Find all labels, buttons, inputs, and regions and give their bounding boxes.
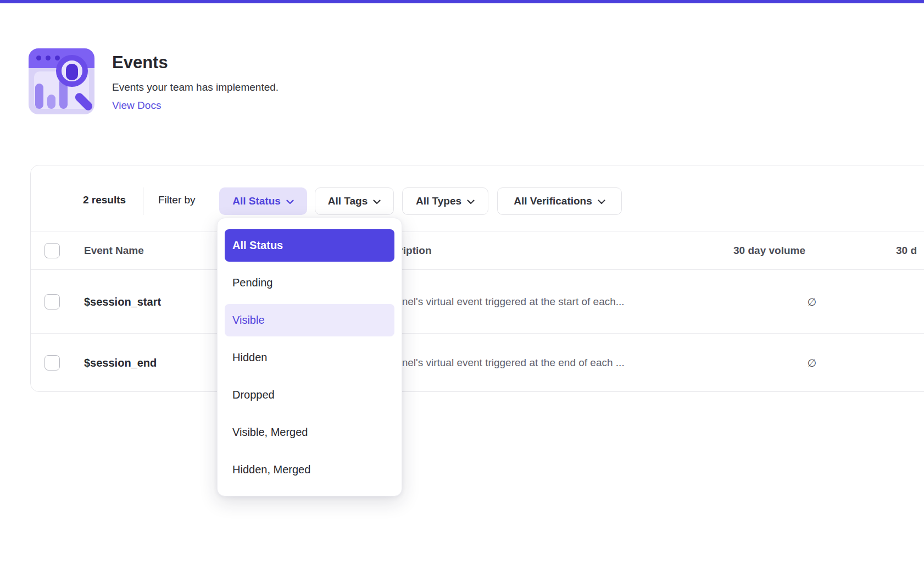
results-count: 2 results — [83, 194, 126, 206]
events-table-card: 2 results Filter by All Status All Tags … — [30, 165, 924, 392]
page-title: Events — [112, 53, 168, 73]
filter-tags-label: All Tags — [328, 195, 368, 207]
chevron-down-icon — [467, 200, 475, 204]
filter-types-label: All Types — [416, 195, 461, 207]
icon-window-dot — [55, 56, 60, 60]
column-header-30-day-volume: 30 day volume — [635, 245, 805, 257]
filter-divider — [143, 187, 143, 215]
chevron-down-icon — [286, 200, 294, 204]
icon-window-dot — [46, 56, 51, 60]
event-name: $session_end — [84, 357, 157, 369]
page-subtitle: Events your team has implemented. — [112, 81, 279, 93]
dropdown-option-visible-merged[interactable]: Visible, Merged — [225, 416, 394, 449]
column-header-30-day-partial: 30 d — [896, 245, 917, 257]
table-row[interactable]: $session_end Mixpanel's virtual event tr… — [31, 334, 924, 392]
dropdown-option-hidden-merged[interactable]: Hidden, Merged — [225, 454, 394, 486]
filter-verifications-label: All Verifications — [514, 195, 592, 207]
status-dropdown-menu: All Status Pending Visible Hidden Droppe… — [217, 218, 402, 496]
table-header-row: Event Name Description 30 day volume 30 … — [31, 231, 924, 270]
dropdown-option-all-status[interactable]: All Status — [225, 229, 394, 262]
top-accent-bar — [0, 0, 924, 3]
icon-chart-bar — [47, 95, 55, 109]
volume-30d-value: ∅ — [635, 357, 816, 369]
filter-verifications-dropdown-button[interactable]: All Verifications — [497, 187, 622, 215]
icon-chart-bar — [35, 84, 43, 109]
icon-window-dot — [36, 56, 41, 60]
column-header-event-name: Event Name — [84, 245, 144, 257]
dropdown-option-hidden[interactable]: Hidden — [225, 341, 394, 374]
dropdown-option-pending[interactable]: Pending — [225, 267, 394, 299]
event-description: Mixpanel's virtual event triggered at th… — [374, 296, 625, 308]
events-page: Events Events your team has implemented.… — [0, 0, 924, 575]
filter-by-label: Filter by — [158, 194, 196, 206]
filter-tags-dropdown-button[interactable]: All Tags — [315, 187, 394, 215]
filter-status-label: All Status — [232, 195, 281, 207]
row-checkbox[interactable] — [44, 294, 60, 309]
icon-magnifier-center — [66, 64, 78, 80]
chevron-down-icon — [598, 200, 605, 204]
filter-types-dropdown-button[interactable]: All Types — [402, 187, 488, 215]
dropdown-option-dropped[interactable]: Dropped — [225, 379, 394, 411]
view-docs-link[interactable]: View Docs — [112, 99, 161, 112]
select-all-checkbox[interactable] — [44, 243, 60, 258]
volume-30d-value: ∅ — [635, 295, 816, 308]
event-name: $session_start — [84, 295, 161, 308]
filter-status-dropdown-button[interactable]: All Status — [219, 187, 307, 215]
events-app-icon — [29, 48, 94, 114]
chevron-down-icon — [373, 200, 381, 204]
table-row[interactable]: $session_start Mixpanel's virtual event … — [31, 270, 924, 334]
dropdown-option-visible[interactable]: Visible — [225, 304, 394, 336]
event-description: Mixpanel's virtual event triggered at th… — [374, 357, 625, 369]
row-checkbox[interactable] — [44, 355, 60, 371]
